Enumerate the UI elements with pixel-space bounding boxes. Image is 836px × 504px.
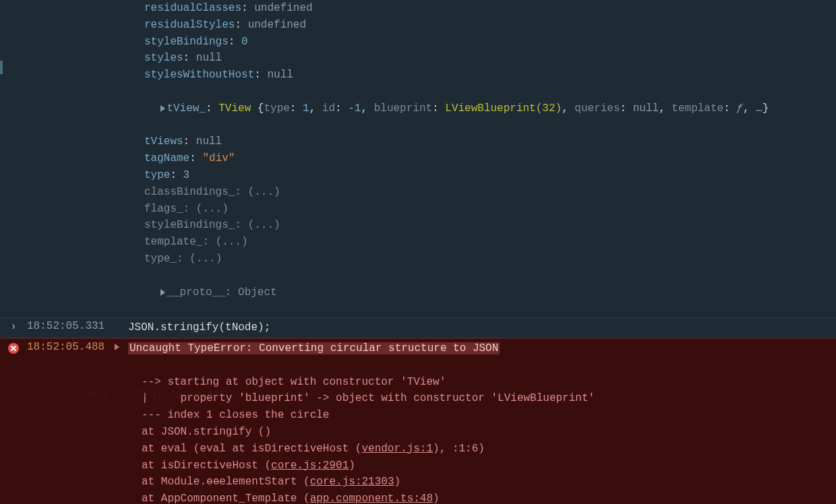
prop-name: tagName: [144, 152, 189, 164]
tview-entries: type: 1, id: -1, blueprint: LViewBluepri…: [264, 102, 743, 115]
object-prop[interactable]: tViews: null: [0, 133, 836, 150]
devtools-console: residualClasses: undefinedresidualStyles…: [0, 0, 836, 504]
object-prop-internal[interactable]: flags_: (...): [0, 201, 836, 218]
prop-name: tViews: [144, 135, 183, 148]
object-prop[interactable]: stylesWithoutHost: null: [0, 67, 836, 84]
stack-frame: at Module.ɵɵelementStart (core.js:21303): [128, 474, 836, 491]
stack-frame: at isDirectiveHost (core.js:2901): [128, 458, 836, 474]
object-inspector-section-2: tViews: nulltagName: "div"type: 3: [0, 133, 836, 183]
prop-value: (...): [248, 186, 280, 198]
console-input-row: › 18:52:05.331 JSON.stringify(tNode);: [0, 317, 836, 338]
stack-link[interactable]: app.component.ts:48: [310, 493, 433, 504]
object-prop-internal[interactable]: styleBindings_: (...): [0, 217, 836, 234]
prop-value: null: [196, 52, 222, 64]
prop-value: "div": [202, 152, 235, 164]
prop-name: type_: [144, 253, 177, 265]
object-prop[interactable]: type: 3: [0, 167, 836, 184]
object-prop-internal[interactable]: template_: (...): [0, 234, 836, 251]
prop-name: classBindings_: [144, 186, 235, 198]
prop-name: type: [144, 169, 170, 181]
stack-frame: at eval (eval at isDirectiveHost (vendor…: [128, 441, 836, 458]
prop-name: residualStyles: [144, 19, 235, 31]
object-prop[interactable]: tagName: "div": [0, 150, 836, 167]
prop-name: residualClasses: [144, 2, 241, 14]
stack-link[interactable]: core.js:2901: [271, 460, 349, 472]
error-detail: --> starting at object with constructor …: [128, 374, 836, 391]
prop-value: (...): [248, 219, 280, 231]
stack-link[interactable]: core.js:21303: [310, 476, 394, 488]
prop-value: null: [267, 69, 293, 81]
prop-name: __proto__: [167, 286, 225, 298]
object-prop[interactable]: residualStyles: undefined: [0, 17, 836, 34]
timestamp: 18:52:05.331: [27, 319, 115, 332]
expand-icon[interactable]: [160, 105, 165, 112]
console-error-row: 18:52:05.488 Uncaught TypeError: Convert…: [0, 338, 836, 504]
expand-icon[interactable]: [115, 344, 119, 350]
prop-value: (...): [196, 203, 229, 215]
prop-value: (...): [216, 236, 248, 248]
object-prop[interactable]: styleBindings: 0: [0, 34, 836, 51]
prop-name: tView_: [167, 102, 206, 115]
prop-value: 3: [183, 169, 190, 181]
stack-frame: at AppComponent_Template (app.component.…: [128, 491, 836, 504]
gutter-mark: [0, 61, 3, 74]
prompt-icon: ›: [10, 321, 17, 333]
stack-link[interactable]: vendor.js:1: [361, 443, 433, 455]
error-detail: | property 'blueprint' -> object with co…: [128, 390, 836, 407]
error-title[interactable]: Uncaught TypeError: Converting circular …: [128, 342, 500, 354]
object-prop[interactable]: residualClasses: undefined: [0, 0, 836, 17]
error-detail: --- index 1 closes the circle: [128, 407, 836, 424]
error-content: Uncaught TypeError: Converting circular …: [128, 340, 836, 504]
object-prop[interactable]: styles: null: [0, 50, 836, 67]
prop-value: null: [196, 135, 222, 148]
error-icon: [8, 343, 19, 354]
prop-name: template_: [144, 236, 202, 248]
object-prop-internal[interactable]: type_: (...): [0, 251, 836, 267]
prop-name: styleBindings_: [144, 219, 235, 231]
timestamp: 18:52:05.488: [27, 340, 115, 353]
console-input-code[interactable]: JSON.stringify(tNode);: [128, 319, 836, 336]
object-prop-proto[interactable]: __proto__: Object: [0, 267, 836, 317]
class-name: TView: [218, 102, 251, 115]
object-inspector-internal: classBindings_: (...)flags_: (...)styleB…: [0, 184, 836, 267]
prop-name: styleBindings: [144, 36, 229, 48]
expand-icon[interactable]: [160, 289, 165, 296]
object-inspector-section: residualClasses: undefinedresidualStyles…: [0, 0, 836, 84]
prop-name: flags_: [144, 203, 183, 215]
prop-value: 0: [241, 36, 248, 48]
prop-value: undefined: [254, 2, 312, 14]
stack-frame: at JSON.stringify (): [128, 424, 836, 441]
object-prop-internal[interactable]: classBindings_: (...): [0, 184, 836, 201]
prop-value: Object: [238, 286, 277, 298]
object-prop-tview[interactable]: tView_: TView {type: 1, id: -1, blueprin…: [0, 84, 836, 133]
prop-name: styles: [144, 52, 183, 64]
error-stack: at JSON.stringify ()at eval (eval at isD…: [128, 424, 836, 504]
prop-name: stylesWithoutHost: [144, 69, 254, 81]
prop-value: undefined: [248, 19, 306, 31]
prop-value: (...): [189, 253, 222, 265]
